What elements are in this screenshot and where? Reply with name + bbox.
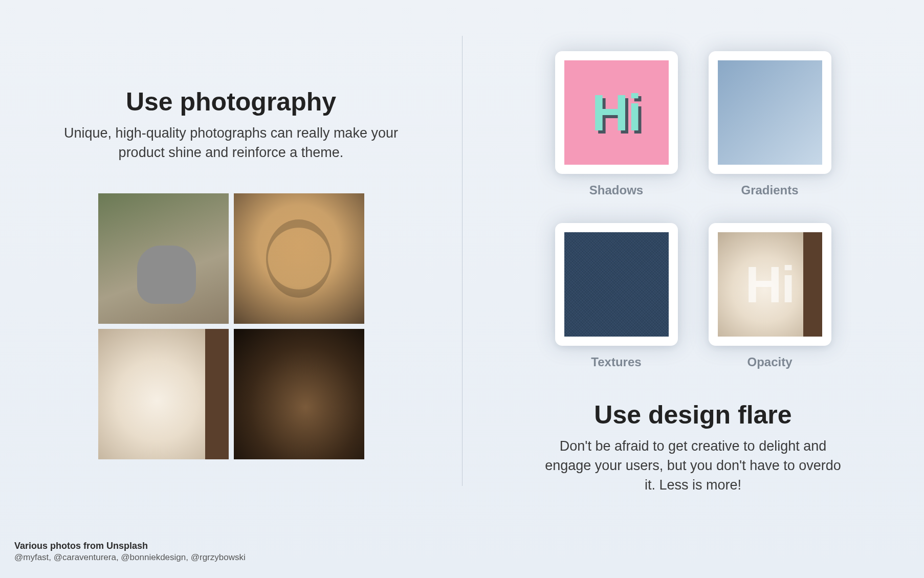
flare-card-gradients <box>709 51 831 174</box>
photo-elephant <box>98 193 229 324</box>
flare-label-textures: Textures <box>591 355 641 369</box>
flare-swatch-shadows: Hi <box>564 60 669 165</box>
left-title: Use photography <box>47 87 415 117</box>
flare-card-opacity: Hi <box>709 223 831 346</box>
flare-swatch-textures <box>564 232 669 337</box>
photo-cheetah <box>234 193 364 324</box>
flare-tile-shadows: Hi Shadows <box>555 51 678 197</box>
right-column: Hi Shadows Gradients Textures <box>462 0 924 578</box>
right-heading-block: Use design flare Don't be afraid to get … <box>540 400 847 495</box>
flare-swatch-opacity: Hi <box>718 232 822 337</box>
flare-label-opacity: Opacity <box>747 355 792 369</box>
flare-card-shadows: Hi <box>555 51 678 174</box>
flare-tile-gradients: Gradients <box>709 51 831 197</box>
left-heading-block: Use photography Unique, high-quality pho… <box>47 87 415 163</box>
credits-title: Various photos from Unsplash <box>14 541 246 551</box>
flare-tile-opacity: Hi Opacity <box>709 223 831 369</box>
hi-text-shadow: Hi <box>592 83 641 142</box>
credits-names: @myfast, @caraventurera, @bonniekdesign,… <box>14 552 246 563</box>
left-subtitle: Unique, high-quality photographs can rea… <box>47 124 415 163</box>
photo-lamb <box>98 329 229 459</box>
left-column: Use photography Unique, high-quality pho… <box>0 0 462 578</box>
photo-deer <box>234 329 364 459</box>
flare-label-shadows: Shadows <box>589 183 643 197</box>
flare-grid: Hi Shadows Gradients Textures <box>555 51 831 369</box>
photo-grid <box>98 193 364 459</box>
flare-tile-textures: Textures <box>555 223 678 369</box>
slide: Use photography Unique, high-quality pho… <box>0 0 924 578</box>
flare-label-gradients: Gradients <box>741 183 798 197</box>
flare-card-textures <box>555 223 678 346</box>
right-title: Use design flare <box>540 400 847 430</box>
hi-text-opacity: Hi <box>745 255 795 314</box>
photo-credits: Various photos from Unsplash @myfast, @c… <box>14 541 246 563</box>
right-subtitle: Don't be afraid to get creative to delig… <box>540 437 847 495</box>
flare-swatch-gradients <box>718 60 822 165</box>
